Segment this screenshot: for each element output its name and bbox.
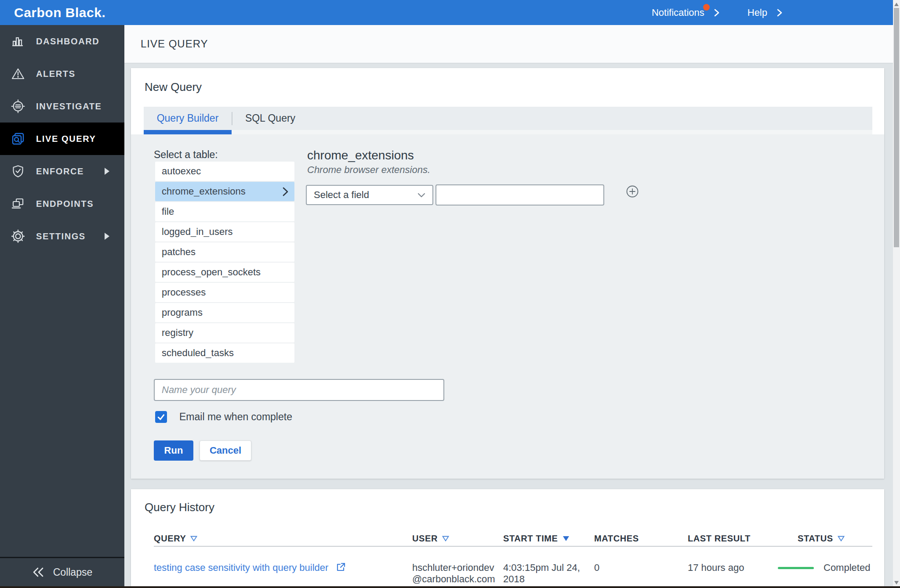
page-title: LIVE QUERY [141, 38, 208, 50]
gear-icon [11, 229, 25, 244]
chevron-right-icon [777, 9, 782, 17]
table-option-logged-in-users[interactable]: logged_in_users [155, 222, 294, 242]
table-option-scheduled-tasks[interactable]: scheduled_tasks [155, 343, 294, 363]
sidebar-item-label: ALERTS [36, 69, 76, 79]
sidebar-item-label: DASHBOARD [36, 36, 99, 47]
main-content: LIVE QUERY New Query Query Builder SQL Q… [124, 25, 893, 588]
column-label: MATCHES [594, 534, 639, 544]
column-label: START TIME [503, 534, 558, 544]
sidebar-collapse-button[interactable]: Collapse [0, 557, 124, 586]
column-label: QUERY [154, 534, 186, 544]
sidebar-item-investigate[interactable]: INVESTIGATE [0, 90, 124, 123]
top-bar-actions: Notifications Help [652, 7, 782, 18]
table-option-registry[interactable]: registry [155, 323, 294, 343]
scroll-down-arrow-icon[interactable] [894, 581, 899, 584]
query-cell: testing case sensitivity with query buil… [154, 562, 412, 585]
query-link[interactable]: testing case sensitivity with query buil… [154, 562, 328, 573]
matches-cell: 0 [594, 562, 688, 585]
double-chevron-left-icon [32, 566, 45, 578]
status-progress-bar [778, 567, 814, 569]
app-window: Carbon Black. Notifications Help DASHBOA… [0, 0, 900, 588]
brand-logo[interactable]: Carbon Black. [14, 5, 105, 20]
notifications-button[interactable]: Notifications [652, 7, 719, 18]
sidebar-item-label: ENFORCE [36, 166, 84, 177]
page-scrollbar[interactable] [893, 0, 900, 588]
chevron-right-icon [714, 9, 719, 17]
run-button[interactable]: Run [154, 440, 193, 461]
shield-check-icon [11, 164, 25, 179]
query-history-title: Query History [145, 501, 214, 514]
table-option-processes[interactable]: processes [155, 283, 294, 302]
table-option-process-open-sockets[interactable]: process_open_sockets [155, 263, 294, 282]
table-option-autoexec[interactable]: autoexec [155, 162, 294, 181]
window-bottom-edge [0, 586, 900, 588]
user-cell: hschluter+oriondev @carbonblack.com [412, 562, 503, 585]
endpoints-devices-icon [11, 196, 25, 211]
column-header-query[interactable]: QUERY [154, 534, 412, 544]
sort-triangle-outline-icon [838, 536, 845, 541]
sidebar-item-dashboard[interactable]: DASHBOARD [0, 25, 124, 58]
field-value-input[interactable] [435, 184, 604, 206]
email-checkbox[interactable] [155, 411, 167, 423]
submenu-caret-icon [105, 233, 109, 240]
status-cell: Completed [778, 562, 872, 585]
tab-underline-track [144, 130, 872, 134]
active-tab-underline [144, 130, 232, 134]
tab-sql-query[interactable]: SQL Query [232, 112, 308, 124]
sidebar-item-enforce[interactable]: ENFORCE [0, 155, 124, 188]
email-option-row: Email me when complete [155, 411, 292, 423]
table-option-patches[interactable]: patches [155, 242, 294, 262]
notifications-label: Notifications [652, 7, 704, 18]
sidebar-item-settings[interactable]: SETTINGS [0, 220, 124, 253]
column-header-user[interactable]: USER [412, 534, 503, 544]
scrollbar-thumb[interactable] [894, 8, 899, 247]
column-label: LAST RESULT [688, 534, 751, 544]
column-header-last-result: LAST RESULT [688, 534, 778, 544]
field-select-value: Select a field [314, 189, 369, 201]
table-option-chrome-extensions[interactable]: chrome_extensions [155, 182, 294, 201]
form-actions: Run Cancel [154, 440, 251, 461]
scroll-up-arrow-icon[interactable] [894, 3, 899, 6]
history-table-header: QUERY USER START TIME MATCHES LAST RESUL… [154, 534, 872, 544]
table-option-programs[interactable]: programs [155, 303, 294, 322]
sidebar-nav: DASHBOARD ALERTS INVESTIGATE LIVE QUERY [0, 25, 124, 588]
new-query-title: New Query [145, 80, 202, 94]
sidebar-item-alerts[interactable]: ALERTS [0, 58, 124, 90]
sidebar-item-endpoints[interactable]: ENDPOINTS [0, 188, 124, 220]
query-name-input[interactable] [154, 379, 444, 401]
sidebar-item-label: INVESTIGATE [36, 101, 102, 112]
field-select-dropdown[interactable]: Select a field [306, 185, 433, 205]
sidebar-item-live-query[interactable]: LIVE QUERY [0, 123, 124, 155]
history-table-row: testing case sensitivity with query buil… [154, 562, 872, 585]
alert-triangle-icon [11, 66, 25, 81]
investigate-scope-icon [11, 99, 25, 114]
notification-badge-dot [703, 4, 710, 11]
column-header-matches: MATCHES [594, 534, 688, 544]
collapse-label: Collapse [53, 566, 93, 578]
header-divider [154, 546, 872, 547]
help-button[interactable]: Help [748, 7, 782, 18]
table-list: autoexec chrome_extensions file logged_i… [155, 162, 294, 364]
select-table-label: Select a table: [154, 149, 218, 161]
add-condition-button[interactable] [626, 185, 639, 198]
column-header-status[interactable]: STATUS [778, 534, 872, 544]
chevron-right-icon [283, 187, 288, 196]
sort-triangle-filled-icon [562, 536, 570, 541]
email-checkbox-label: Email me when complete [179, 411, 292, 423]
query-tabs: Query Builder SQL Query [144, 107, 872, 130]
sort-triangle-outline-icon [442, 536, 449, 541]
page-header: LIVE QUERY [124, 25, 893, 63]
selected-table-description: Chrome browser extensions. [307, 164, 430, 176]
column-header-start-time[interactable]: START TIME [503, 534, 594, 544]
table-option-file[interactable]: file [155, 202, 294, 221]
top-bar: Carbon Black. Notifications Help [0, 0, 893, 25]
selected-table-title: chrome_extensions [307, 148, 414, 162]
submenu-caret-icon [105, 168, 109, 175]
query-builder-body: Select a table: autoexec chrome_extensio… [131, 134, 884, 479]
status-label: Completed [824, 562, 870, 574]
check-icon [157, 413, 165, 421]
external-link-icon[interactable] [336, 562, 346, 572]
tab-query-builder[interactable]: Query Builder [144, 112, 232, 124]
column-label: STATUS [798, 534, 833, 544]
cancel-button[interactable]: Cancel [200, 440, 251, 461]
